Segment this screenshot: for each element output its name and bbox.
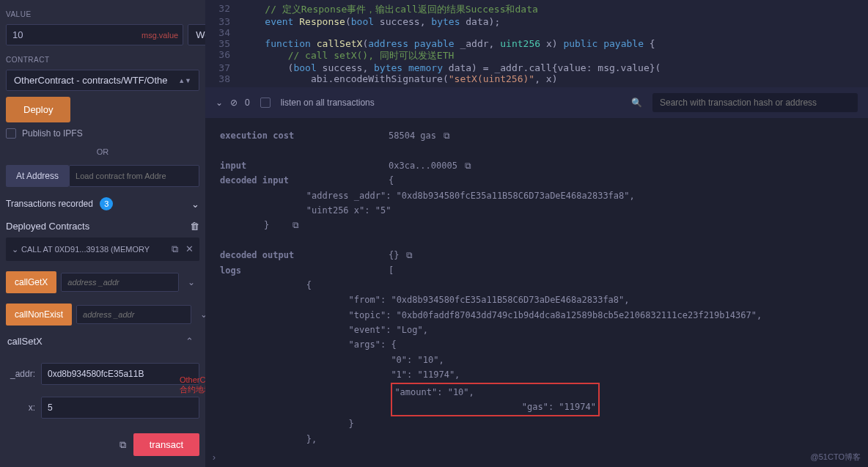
deployed-contract-name: CALL AT 0XD91...39138 (MEMORY xyxy=(21,245,150,254)
copy-icon[interactable]: ⧉ xyxy=(119,439,126,451)
chevron-down-icon[interactable]: ⌄ xyxy=(191,199,199,210)
unit-label: Wei xyxy=(196,29,205,40)
watermark: @51CTO博客 xyxy=(811,452,861,463)
chevron-down-icon[interactable]: ⌄ xyxy=(12,245,18,254)
contract-name: OtherContract - contracts/WTF/Othe xyxy=(14,75,168,86)
chevron-icon[interactable]: ⌄ xyxy=(216,98,223,108)
value-label: VALUE xyxy=(6,10,199,18)
terminal-output[interactable]: execution cost58504 gas⧉ input0x3ca...00… xyxy=(205,118,868,448)
callgetx-input[interactable] xyxy=(61,273,179,292)
listen-checkbox[interactable] xyxy=(260,98,271,108)
caret-icon: ▲▼ xyxy=(178,77,191,84)
addr-param-input[interactable] xyxy=(41,363,199,385)
trash-icon[interactable]: 🗑 xyxy=(190,221,199,232)
unit-select[interactable]: Wei ▲▼ xyxy=(188,24,205,45)
value-input-wrap[interactable]: msg.value xyxy=(6,24,183,45)
exec-cost-value: 58504 gas xyxy=(389,130,436,141)
close-icon[interactable]: ✕ xyxy=(185,243,194,255)
callsetx-label: callSetX xyxy=(7,336,43,347)
log-entry-0: { "from": "0xd8b934580fcE35a11B58C6D73aD… xyxy=(220,278,853,446)
callnonexist-input[interactable] xyxy=(76,305,191,324)
callnonexist-button[interactable]: callNonExist xyxy=(6,304,72,326)
publish-ipfs-label: Publish to IPFS xyxy=(22,128,83,139)
tx-count: 0 xyxy=(245,98,250,108)
tx-recorded-label: Transactions recorded xyxy=(6,199,93,209)
publish-ipfs-checkbox[interactable] xyxy=(6,128,16,139)
chevron-down-icon[interactable]: ⌄ xyxy=(196,309,205,320)
listen-label: listen on all transactions xyxy=(281,98,375,108)
block-icon[interactable]: ⊘ xyxy=(230,98,238,108)
x-param-input[interactable] xyxy=(41,397,199,419)
logs-label: logs xyxy=(220,263,389,278)
decoded-input-json: "address _addr": "0xd8b934580fcE35a11B58… xyxy=(220,188,853,233)
input-value: 0x3ca...00005 xyxy=(389,161,457,171)
contract-select[interactable]: OtherContract - contracts/WTF/Othe ▲▼ xyxy=(6,70,199,91)
decoded-output-value: {} xyxy=(389,250,399,260)
tx-count-badge: 3 xyxy=(100,197,113,210)
x-param-label: x: xyxy=(6,402,35,413)
chevron-up-icon[interactable]: ⌃ xyxy=(181,336,198,347)
deploy-button[interactable]: Deploy xyxy=(6,97,70,122)
callgetx-button[interactable]: callGetX xyxy=(6,271,56,293)
search-input[interactable] xyxy=(652,93,858,112)
copy-icon[interactable]: ⧉ xyxy=(293,220,299,230)
deployed-contracts-label: Deployed Contracts xyxy=(6,221,89,232)
decoded-input-label: decoded input xyxy=(220,173,389,188)
value-placeholder: msg.value xyxy=(141,31,183,40)
at-address-button[interactable]: At Address xyxy=(6,165,69,187)
load-address-input[interactable] xyxy=(69,165,199,187)
prompt-icon[interactable]: › xyxy=(205,448,868,467)
search-icon: 🔍 xyxy=(631,98,642,108)
or-divider: OR xyxy=(6,147,199,156)
copy-icon[interactable]: ⧉ xyxy=(172,243,178,255)
copy-icon[interactable]: ⧉ xyxy=(465,161,471,171)
exec-cost-label: execution cost xyxy=(220,128,389,143)
decoded-output-label: decoded output xyxy=(220,248,389,262)
copy-icon[interactable]: ⧉ xyxy=(444,130,450,141)
transact-button[interactable]: transact xyxy=(133,433,199,456)
input-label: input xyxy=(220,158,389,173)
addr-param-label: _addr: xyxy=(6,369,35,379)
chevron-down-icon[interactable]: ⌄ xyxy=(183,277,199,287)
code-editor[interactable]: 32 // 定义Response事件，输出call返回的结果Success和da… xyxy=(205,0,868,87)
value-input[interactable] xyxy=(7,25,141,45)
copy-icon[interactable]: ⧉ xyxy=(406,250,413,260)
annotation-addr: OtherContract合约地址 xyxy=(180,375,205,395)
contract-label: CONTRACT xyxy=(6,56,199,64)
